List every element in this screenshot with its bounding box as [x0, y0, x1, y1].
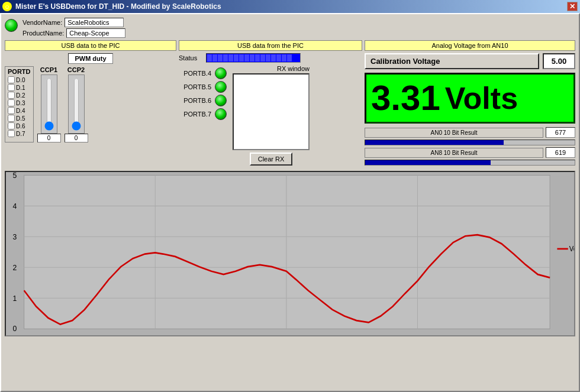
- device-info: VendorName: ScaleRobotics ProductName: C…: [22, 18, 125, 38]
- portb7-label: PORTB.7: [179, 111, 211, 118]
- status-label: Status: [179, 54, 202, 61]
- svg-text:Volts: Volts: [569, 245, 574, 252]
- portd-cb-0[interactable]: [8, 76, 15, 83]
- vendor-label: VendorName:: [22, 19, 62, 26]
- portb-section: PORTB.4 PORTB.5 PORTB.6 PORTB.7: [179, 67, 227, 166]
- vendor-value: ScaleRobotics: [65, 18, 124, 27]
- portd-bit-2: D.2: [8, 92, 31, 99]
- an8-progress-inner: [365, 160, 491, 165]
- portd-label-1: D.1: [16, 85, 25, 91]
- portb4-row: PORTB.4: [179, 67, 227, 79]
- calib-value: 5.00: [543, 53, 575, 69]
- seg15: [282, 54, 286, 61]
- portb-rx-row: PORTB.4 PORTB.5 PORTB.6 PORTB.7: [179, 65, 362, 166]
- seg2: [212, 54, 217, 61]
- portb7-led: [215, 108, 227, 120]
- voltage-number: 3.31: [371, 80, 440, 116]
- left-panel: PWM duty PORTD D.0 D.1: [5, 53, 176, 167]
- portd-cb-5[interactable]: [8, 115, 15, 122]
- portb5-row: PORTB.5: [179, 81, 227, 93]
- portb7-row: PORTB.7: [179, 108, 227, 120]
- portd-cb-6[interactable]: [8, 122, 15, 129]
- status-progress-inner: [207, 54, 300, 62]
- an0-label: AN0 10 Bit Result: [365, 128, 543, 138]
- top-info: VendorName: ScaleRobotics ProductName: C…: [5, 18, 575, 38]
- portd-bit-7: D.7: [8, 130, 31, 137]
- an0-progress: [365, 140, 575, 145]
- calib-row: Calibration Voltage 5.00: [365, 53, 575, 69]
- portb6-led: [215, 95, 227, 106]
- chart-svg: 5 4 3 2 1 0 Volts: [6, 172, 574, 335]
- an8-value: 619: [546, 147, 575, 158]
- close-button[interactable]: ✕: [567, 2, 578, 11]
- title-bar-text: Mister E's USBDemo for DT_HID - Modified…: [15, 2, 221, 11]
- portd-bit-5: D.5: [8, 115, 31, 122]
- seg6: [234, 54, 239, 61]
- an8-progress: [365, 160, 575, 166]
- portd-group: PORTD D.0 D.1 D.2: [5, 66, 34, 142]
- seg13: [271, 54, 276, 61]
- svg-text:1: 1: [13, 294, 17, 302]
- chart-area: 5 4 3 2 1 0 Volts: [5, 171, 575, 336]
- seg8: [244, 54, 249, 61]
- portd-cb-2[interactable]: [8, 92, 15, 99]
- seg16: [287, 54, 292, 61]
- portd-checkboxes: D.0 D.1 D.2 D.3: [8, 76, 31, 137]
- ccp2-value: 0: [65, 134, 88, 142]
- portd-cb-7[interactable]: [8, 130, 15, 137]
- right-panel: Calibration Voltage 5.00 3.31 Volts AN0 …: [365, 53, 575, 167]
- portd-title: PORTD: [8, 68, 31, 75]
- ccp2-group: CCP2 0: [65, 66, 88, 142]
- main-window: VendorName: ScaleRobotics ProductName: C…: [0, 13, 580, 392]
- pwm-row: PWM duty: [5, 53, 176, 64]
- portd-cb-3[interactable]: [8, 99, 15, 106]
- clear-rx-button[interactable]: Clear RX: [250, 153, 293, 166]
- portb6-row: PORTB.6: [179, 95, 227, 106]
- voltage-unit: Volts: [445, 83, 518, 114]
- portd-label-6: D.6: [16, 123, 25, 129]
- ccp1-title: CCP1: [40, 66, 57, 73]
- an0-value: 677: [546, 127, 575, 138]
- main-content: PWM duty PORTD D.0 D.1: [5, 53, 575, 167]
- an0-progress-inner: [365, 140, 504, 145]
- connection-led: [5, 19, 18, 32]
- title-bar: ☺ Mister E's USBDemo for DT_HID - Modifi…: [0, 0, 580, 13]
- seg4: [223, 54, 228, 61]
- svg-text:4: 4: [13, 202, 17, 210]
- portd-cb-1[interactable]: [8, 84, 15, 91]
- seg1: [207, 54, 212, 61]
- middle-panel: Status: [179, 53, 362, 167]
- svg-text:5: 5: [13, 172, 17, 180]
- an0-row: AN0 10 Bit Result 677: [365, 127, 575, 138]
- usb-to-pic-label: USB data to the PIC: [5, 40, 176, 51]
- seg7: [239, 54, 244, 61]
- voltage-display: 3.31 Volts: [365, 73, 575, 124]
- svg-text:3: 3: [13, 232, 17, 241]
- seg12: [266, 54, 270, 61]
- calib-label: Calibration Voltage: [365, 53, 539, 69]
- ccp1-group: CCP1 0: [37, 66, 61, 142]
- seg3: [218, 54, 223, 61]
- an8-label: AN8 10 Bit Result: [365, 148, 543, 158]
- analog-voltage-label: Analog Voltage from AN10: [365, 40, 575, 51]
- ccp2-slider[interactable]: [70, 77, 82, 131]
- usb-from-pic-label: USB data from the PIC: [179, 40, 362, 51]
- ccp1-value: 0: [37, 134, 61, 142]
- rx-title: RX window: [277, 65, 310, 72]
- portd-bit-0: D.0: [8, 76, 31, 83]
- seg10: [255, 54, 260, 61]
- portd-cb-4[interactable]: [8, 107, 15, 114]
- portb5-label: PORTB.5: [179, 83, 211, 90]
- rx-textarea[interactable]: [233, 73, 310, 150]
- seg11: [260, 54, 265, 61]
- section-panel-labels: USB data to the PIC USB data from the PI…: [5, 40, 575, 51]
- portd-bit-3: D.3: [8, 99, 31, 106]
- portd-bit-6: D.6: [8, 122, 31, 129]
- portd-bit-1: D.1: [8, 84, 31, 91]
- portb4-label: PORTB.4: [179, 70, 211, 77]
- pwm-label: PWM duty: [68, 53, 112, 64]
- portb5-led: [215, 81, 227, 93]
- portd-label-5: D.5: [16, 115, 25, 122]
- portd-section: PORTD D.0 D.1 D.2: [5, 66, 176, 142]
- ccp1-slider[interactable]: [43, 77, 55, 131]
